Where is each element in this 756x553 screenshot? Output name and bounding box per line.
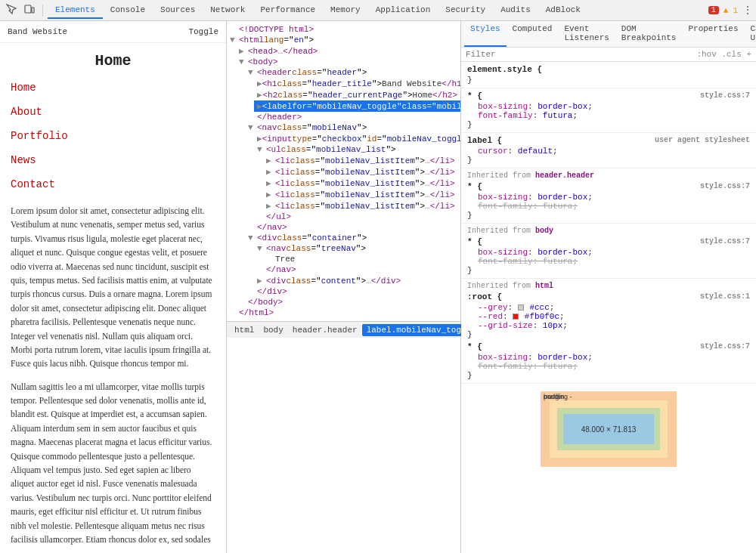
tree-treenav-close[interactable]: </nav> [254,264,460,275]
warn-icon: ▲ [723,6,729,15]
tree-attr-name: class [277,233,302,243]
tree-li-1[interactable]: ▶ <li class="mobileNav_listItem">…</li> [263,155,460,166]
tree-nav[interactable]: ▼ <nav class="mobileNav"> [245,122,460,133]
prop-name: font-family [478,111,533,120]
nav-item-news[interactable]: News [0,148,226,172]
tree-body-close[interactable]: </body> [236,297,460,307]
tree-container-div[interactable]: ▼ <div class="container"> [245,233,460,243]
tree-tag: <input [262,134,293,144]
tree-tag: <li [275,168,290,177]
tree-html-close[interactable]: </html> [227,307,460,318]
tab-application[interactable]: Application [368,2,438,19]
tree-html[interactable]: ▼ <html lang="en"> [227,35,460,45]
styles-tab-event-listeners[interactable]: Event Listeners [558,21,615,47]
tree-doctype[interactable]: <!DOCTYPE html> [227,24,460,35]
tab-adblock[interactable]: AdBlock [538,2,588,19]
html-tree-panel: <!DOCTYPE html> ▼ <html lang="en"> ▶ <he… [227,21,461,553]
prop-name: box-sizing [478,248,528,257]
tree-content-div[interactable]: ▶ <div class="content">…</div> [254,275,460,286]
tree-container-div-close[interactable]: </div> [245,286,460,297]
tree-li-2[interactable]: ▶ <li class="mobileNav_listItem">…</li> [263,166,460,178]
style-block-element: element.style { } [461,62,756,88]
tree-tag: <nav [266,244,286,253]
tree-attr-name: class [277,91,302,100]
tree-attr-name: class [277,123,302,132]
tree-attr-val: mobileNav_toggle [387,134,461,144]
tree-treenav-text[interactable]: Tree [263,254,460,264]
site-toggle-label[interactable]: Toggle [188,27,218,36]
tab-elements[interactable]: Elements [48,2,103,19]
prop-name: font-family [478,362,533,371]
styles-tab-properties[interactable]: Properties [682,21,744,47]
tab-sources[interactable]: Sources [153,2,203,19]
tab-performance[interactable]: Performance [253,2,323,19]
styles-tab-css-used[interactable]: CSS Used [744,21,756,47]
tree-ellipsis: … [425,202,430,211]
filter-hint: :hov .cls + [696,50,751,59]
styles-tab-computed[interactable]: Computed [507,21,559,47]
styles-tab-styles[interactable]: Styles [464,21,507,47]
tree-tag-close: </h1> [442,79,461,88]
tab-network[interactable]: Network [203,2,253,19]
tree-h2[interactable]: ▶ <h2 class="header_currentPage">Home</h… [254,89,460,100]
tree-head[interactable]: ▶ <head>…</head> [236,45,460,57]
tab-security[interactable]: Security [438,2,493,19]
nav-item-portfolio[interactable]: Portfolio [0,124,226,148]
breadcrumb-html[interactable]: html [230,324,259,336]
inspect-element-icon[interactable] [3,2,20,18]
tree-text: Band Website [382,79,442,88]
tree-tag-close: </li> [430,156,455,165]
box-content: 48.000 × 71.813 [563,414,654,444]
style-selector-text: * { [467,342,482,351]
tree-input[interactable]: ▶ <input type="checkbox" id="mobileNav_t… [254,133,460,144]
nav-item-home[interactable]: Home [0,76,226,100]
prop-name: font-family [478,202,533,211]
tree-ul-close[interactable]: </ul> [254,212,460,222]
tree-li-4[interactable]: ▶ <li class="mobileNav_listItem">…</li> [263,189,460,200]
filter-input[interactable] [466,50,693,59]
color-swatch-grey [518,304,524,310]
tree-tag: </header> [257,113,302,122]
prop-name: box-sizing [478,102,528,111]
device-toggle-icon[interactable] [21,2,38,18]
website-preview: Band Website Toggle Home Home About Port… [0,21,227,553]
tree-body[interactable]: ▼ <body> [236,57,460,67]
tree-label-selected[interactable]: ▶ <label for="mobileNav_toggle" class="m… [254,100,460,112]
tree-expand-icon: ▶ [266,201,275,211]
nav-item-about[interactable]: About [0,100,226,124]
tree-tag-close: </li> [430,179,455,188]
tree-tag: <ul [266,145,281,154]
tree-nav-close[interactable]: </nav> [245,222,460,233]
more-options-icon[interactable]: ⋮ [742,4,753,17]
color-swatch-red [513,314,519,320]
breadcrumb-header[interactable]: header.header [288,324,362,336]
style-selector-text: * { [467,182,482,191]
styles-tab-dom-breakpoints[interactable]: DOM Breakpoints [615,21,683,47]
tree-attr-val: treeNav [321,244,356,253]
tree-header-close[interactable]: </header> [245,112,460,122]
tree-treenav[interactable]: ▼ <nav class="treeNav"> [254,243,460,254]
tab-memory[interactable]: Memory [323,2,368,19]
tree-attr-name: for [292,102,307,111]
tree-tag: <body> [248,57,278,66]
style-block-inherited-html: Inherited from html :root { style.css:1 … [461,279,756,384]
style-close-brace: } [467,371,750,380]
style-block-label: label { user agent stylesheet cursor: de… [461,133,756,168]
tree-tag: </nav> [257,223,287,232]
style-selector-text: * { [467,237,482,246]
prop-val: 10px [543,321,562,330]
tree-ul[interactable]: ▼ <ul class="mobileNav_list"> [254,144,460,155]
svg-rect-0 [25,5,31,13]
tab-console[interactable]: Console [103,2,153,19]
tree-li-3[interactable]: ▶ <li class="mobileNav_listItem">…</li> [263,178,460,189]
tree-tag: <label [262,102,293,111]
tree-attr-val: header_title [312,79,372,88]
tab-audits[interactable]: Audits [493,2,538,19]
nav-item-contact[interactable]: Contact [0,172,226,196]
tree-attr-val: mobileNav_list [316,145,386,154]
breadcrumb-body[interactable]: body [259,324,287,336]
tree-header[interactable]: ▼ <header class="header"> [245,67,460,78]
tree-tag-close: </li> [430,168,455,177]
tree-li-5[interactable]: ▶ <li class="mobileNav_listItem">…</li> [263,200,460,212]
tree-h1[interactable]: ▶ <h1 class="header_title">Band Website<… [254,78,460,89]
